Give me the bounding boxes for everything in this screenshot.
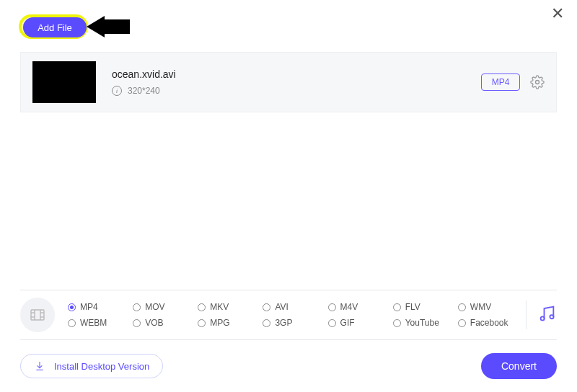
file-row: ocean.xvid.avi i 320*240 MP4 [20, 52, 557, 112]
format-label: Facebook [470, 318, 508, 328]
install-desktop-button[interactable]: Install Desktop Version [20, 354, 163, 378]
convert-button[interactable]: Convert [481, 353, 557, 379]
radio-icon [393, 319, 401, 327]
video-thumbnail[interactable] [32, 61, 96, 103]
format-label: M4V [340, 302, 358, 312]
format-label: MKV [210, 302, 229, 312]
settings-gear-icon[interactable] [530, 75, 545, 89]
format-badge[interactable]: MP4 [481, 74, 520, 91]
format-label: VOB [145, 318, 163, 328]
radio-icon [198, 303, 206, 311]
radio-icon [198, 319, 206, 327]
add-file-button[interactable]: Add File [23, 17, 87, 37]
format-label: MPG [210, 318, 229, 328]
footer: Install Desktop Version Convert [20, 353, 557, 379]
install-label: Install Desktop Version [54, 361, 149, 372]
format-label: WEBM [80, 318, 107, 328]
format-option-3gp[interactable]: 3GP [263, 318, 325, 328]
svg-rect-2 [31, 310, 44, 320]
radio-icon [133, 303, 141, 311]
radio-icon [68, 319, 76, 327]
format-option-facebook[interactable]: Facebook [458, 318, 520, 328]
radio-icon [68, 303, 76, 311]
format-option-mpg[interactable]: MPG [198, 318, 260, 328]
radio-icon [133, 319, 141, 327]
radio-icon [263, 319, 270, 327]
divider [526, 300, 527, 329]
format-option-mkv[interactable]: MKV [198, 302, 260, 312]
format-option-youtube[interactable]: YouTube [393, 318, 455, 328]
format-label: MP4 [80, 302, 98, 312]
format-panel: MP4MOVMKVAVIM4VFLVWMVWEBMVOBMPG3GPGIFYou… [20, 290, 557, 340]
radio-icon [458, 319, 466, 327]
format-option-avi[interactable]: AVI [263, 302, 325, 312]
format-option-webm[interactable]: WEBM [68, 318, 130, 328]
file-name: ocean.xvid.avi [112, 68, 481, 80]
format-label: MOV [145, 302, 164, 312]
svg-point-10 [550, 315, 553, 318]
audio-tab-icon[interactable] [537, 303, 557, 326]
svg-marker-0 [87, 16, 130, 37]
arrow-annotation [87, 16, 130, 37]
format-option-mov[interactable]: MOV [133, 302, 195, 312]
format-label: FLV [405, 302, 420, 312]
radio-icon [328, 303, 336, 311]
format-label: 3GP [275, 318, 292, 328]
file-resolution: 320*240 [128, 86, 160, 96]
svg-point-9 [541, 316, 545, 320]
download-icon [34, 360, 45, 372]
radio-icon [328, 319, 336, 327]
format-option-mp4[interactable]: MP4 [68, 302, 130, 312]
video-tab-icon[interactable] [20, 298, 55, 332]
radio-icon [393, 303, 401, 311]
format-option-vob[interactable]: VOB [133, 318, 195, 328]
radio-icon [458, 303, 466, 311]
toolbar: Add File [0, 0, 577, 52]
format-option-gif[interactable]: GIF [328, 318, 390, 328]
format-option-flv[interactable]: FLV [393, 302, 455, 312]
format-label: YouTube [405, 318, 439, 328]
format-label: AVI [275, 302, 288, 312]
format-grid: MP4MOVMKVAVIM4VFLVWMVWEBMVOBMPG3GPGIFYou… [68, 302, 520, 328]
info-icon[interactable]: i [112, 86, 122, 96]
file-meta: ocean.xvid.avi i 320*240 [112, 68, 481, 96]
format-option-m4v[interactable]: M4V [328, 302, 390, 312]
radio-icon [263, 303, 270, 311]
format-label: WMV [470, 302, 491, 312]
svg-point-1 [536, 81, 539, 84]
format-label: GIF [340, 318, 355, 328]
format-option-wmv[interactable]: WMV [458, 302, 520, 312]
